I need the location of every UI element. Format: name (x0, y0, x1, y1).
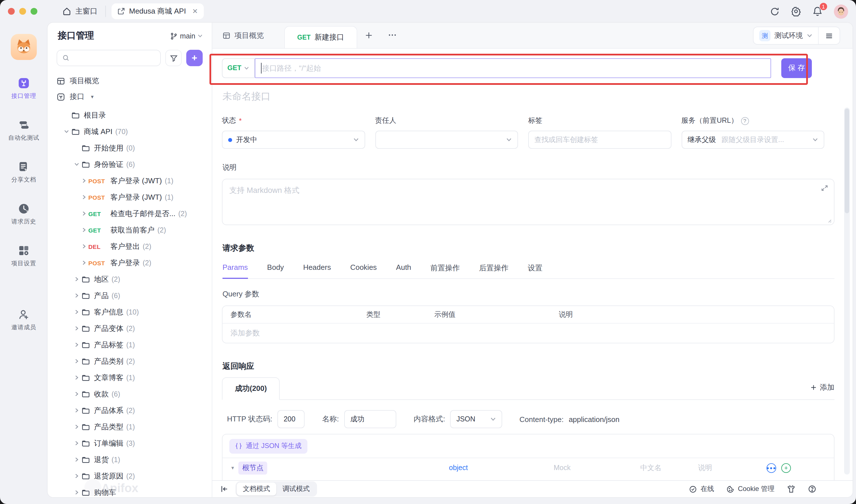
resize-handle-icon[interactable] (826, 218, 832, 223)
tree-item-folder[interactable]: 商城 API(70) (48, 123, 212, 140)
tree-item-folder[interactable]: 退货(1) (48, 451, 212, 468)
chevron-right-icon[interactable] (79, 178, 88, 183)
minimize-window-button[interactable] (19, 8, 26, 15)
tree-item-endpoint[interactable]: POST客户登录(2) (48, 254, 212, 271)
chevron-right-icon[interactable] (71, 424, 82, 429)
params-tab-Params[interactable]: Params (223, 259, 248, 279)
root-node-chip[interactable]: 根节点 (238, 461, 267, 474)
tree-item-folder[interactable]: 产品类别(2) (48, 353, 212, 370)
chevron-right-icon[interactable] (79, 195, 88, 200)
add-field-icon[interactable]: + (781, 463, 791, 473)
tags-input[interactable]: 查找或回车创建标签 (528, 131, 671, 149)
root-type[interactable]: object (449, 464, 468, 472)
tree-item-folder[interactable]: 收款(6) (48, 386, 212, 402)
tree-item-folder[interactable]: 客户信息(10) (48, 304, 212, 320)
tree-item-folder[interactable]: 产品(6) (48, 287, 212, 304)
chevron-right-icon[interactable] (71, 342, 82, 347)
chevron-right-icon[interactable] (71, 276, 82, 282)
chevron-right-icon[interactable] (71, 473, 82, 479)
tree-item-folder[interactable]: 产品变体(2) (48, 320, 212, 337)
notifications-bell[interactable]: 1 (813, 6, 823, 16)
close-tab-icon[interactable]: ✕ (192, 7, 198, 15)
tree-item-folder[interactable]: 购物车 (48, 484, 212, 497)
collapse-sidebar-icon[interactable] (220, 485, 229, 493)
close-window-button[interactable] (8, 8, 15, 15)
tree-item-folder[interactable]: 产品标签(1) (48, 337, 212, 353)
status-select[interactable]: 开发中 (222, 131, 365, 149)
main-window-tab[interactable]: 主窗口 (61, 6, 105, 16)
chevron-right-icon[interactable] (79, 260, 88, 265)
chevron-down-icon[interactable] (61, 129, 71, 134)
add-response-button[interactable]: 添加 (810, 382, 835, 399)
cookie-manager[interactable]: Cookie 管理 (727, 484, 774, 494)
description-textarea[interactable]: 支持 Markdown 格式 (222, 179, 835, 225)
online-status[interactable]: 在线 (689, 484, 714, 494)
schema-root-row[interactable]: ▼ 根节点 object Mock 中文名 说明 ●●● + (223, 458, 834, 478)
chevron-down-icon[interactable] (71, 162, 82, 167)
user-avatar[interactable] (834, 4, 848, 18)
chevron-right-icon[interactable] (71, 359, 82, 364)
tree-item-folder[interactable]: 开始使用(0) (48, 140, 212, 156)
caret-down-icon[interactable]: ▼ (230, 465, 235, 470)
add-param-row[interactable]: 添加参数 (223, 324, 834, 343)
chevron-right-icon[interactable] (79, 211, 88, 216)
tree-item-folder[interactable]: 地区(2) (48, 271, 212, 287)
chevron-right-icon[interactable] (79, 228, 88, 233)
debug-mode-option[interactable]: 调试模式 (276, 483, 316, 496)
settings-gear-icon[interactable] (791, 6, 801, 16)
chevron-right-icon[interactable] (71, 326, 82, 331)
params-tab-Auth[interactable]: Auth (396, 259, 411, 278)
path-input[interactable] (255, 58, 771, 78)
sidebar-item-apis[interactable]: 接口 ▼ (48, 89, 212, 105)
method-select[interactable]: GET (222, 58, 255, 78)
refresh-icon[interactable] (770, 6, 780, 16)
new-tab-button[interactable] (357, 23, 380, 48)
tree-item-endpoint[interactable]: GET获取当前客户(2) (48, 222, 212, 238)
endpoint-name-placeholder[interactable]: 未命名接口 (223, 90, 841, 103)
generate-from-json-button[interactable]: 通过 JSON 等生成 (229, 439, 307, 453)
zoom-window-button[interactable] (31, 8, 37, 15)
chevron-right-icon[interactable] (71, 490, 82, 495)
params-tab-Body[interactable]: Body (267, 259, 284, 278)
more-actions-icon[interactable]: ●●● (767, 463, 776, 473)
params-tab-Headers[interactable]: Headers (303, 259, 331, 278)
tree-item-folder[interactable]: 退货原因(2) (48, 468, 212, 484)
root-mock-placeholder[interactable]: Mock (554, 464, 571, 472)
filter-button[interactable] (165, 50, 182, 66)
tree-item-folder[interactable]: 产品类型(1) (48, 419, 212, 435)
environment-dropdown[interactable]: 测 测试环境 (753, 30, 818, 41)
params-tab-前置操作[interactable]: 前置操作 (431, 259, 460, 278)
branch-selector[interactable]: main (170, 32, 203, 40)
rail-item-automated-testing[interactable]: 自动化测试 (8, 119, 39, 142)
chevron-right-icon[interactable] (71, 440, 82, 446)
root-desc-placeholder[interactable]: 说明 (698, 463, 712, 473)
search-input[interactable] (57, 50, 161, 66)
root-cn-placeholder[interactable]: 中文名 (640, 463, 662, 473)
more-tabs-button[interactable] (380, 23, 404, 48)
tree-item-endpoint[interactable]: POST客户登录 (JWT)(1) (48, 189, 212, 205)
tree-item-folder[interactable]: 文章博客(1) (48, 370, 212, 386)
chevron-right-icon[interactable] (71, 408, 82, 413)
help-circle-icon[interactable] (808, 485, 816, 493)
chevron-right-icon[interactable] (79, 244, 88, 249)
project-window-tab[interactable]: Medusa 商城 API ✕ (111, 3, 204, 19)
chevron-right-icon[interactable] (71, 293, 82, 298)
chevron-right-icon[interactable] (71, 457, 82, 462)
params-tab-设置[interactable]: 设置 (528, 259, 543, 278)
http-status-input[interactable] (277, 410, 304, 428)
help-circle-icon[interactable]: ? (741, 117, 749, 125)
chevron-right-icon[interactable] (71, 392, 82, 397)
service-select[interactable]: 继承父级跟随父级目录设置... (681, 131, 824, 149)
expand-icon[interactable] (821, 184, 828, 192)
tshirt-theme-icon[interactable] (787, 485, 796, 493)
response-tab-success-200[interactable]: 成功(200) (222, 377, 280, 400)
rail-item-invite-members[interactable]: 邀请成员 (8, 308, 39, 331)
scrollbar-thumb[interactable] (845, 109, 849, 213)
rail-item-api-management[interactable]: 接口管理 (8, 77, 39, 100)
sidebar-item-project-overview[interactable]: 项目概览 (48, 73, 212, 89)
tree-item-folder[interactable]: 身份验证(6) (48, 156, 212, 173)
params-tab-后置操作[interactable]: 后置操作 (479, 259, 509, 278)
tree-item-folder[interactable]: 产品体系(2) (48, 402, 212, 419)
format-select[interactable]: JSON (450, 410, 502, 428)
tree-item-folder[interactable]: 根目录 (48, 107, 212, 123)
